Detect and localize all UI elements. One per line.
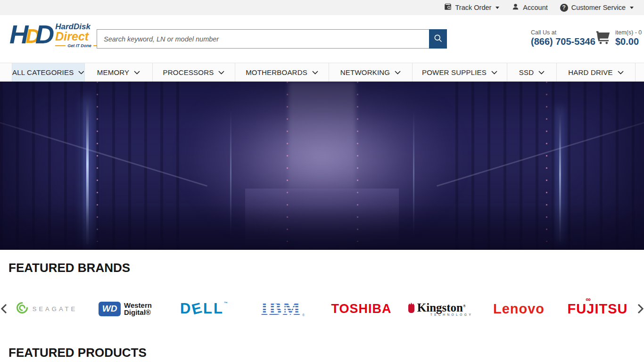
logo-hdd-mark: H D D — [9, 21, 52, 50]
chevron-down-icon — [218, 71, 224, 74]
site-logo[interactable]: H D D HardDisk Direct Get IT Done — [9, 21, 104, 50]
cart-button[interactable]: item(s) - 0 $0.00 — [594, 29, 642, 47]
ibm-wordmark: IBM ® — [261, 301, 305, 317]
search-input[interactable] — [97, 29, 429, 49]
brand-dell[interactable]: DELL™ — [165, 300, 243, 317]
brand-western-digital[interactable]: WD Western Digital® — [86, 302, 165, 316]
brands-carousel: SEAGATE WD Western Digital® DELL™ — [0, 291, 644, 326]
customer-service-label: Customer Service — [571, 4, 626, 11]
nav-all-categories[interactable]: ALL CATEGORIES — [12, 63, 85, 82]
account-menu[interactable]: Account — [512, 3, 547, 13]
cart-icon — [594, 29, 611, 47]
question-circle-icon: ? — [560, 4, 568, 12]
chevron-down-icon — [491, 71, 497, 74]
hero-banner[interactable] — [0, 82, 644, 250]
nav-motherboards[interactable]: MOTHERBOARDS — [235, 63, 329, 82]
dell-wordmark: DELL™ — [180, 300, 228, 317]
main-header: H D D HardDisk Direct Get IT Done — [0, 15, 644, 63]
page: Track Order Account ? Customer Service H… — [0, 0, 644, 362]
track-order-menu[interactable]: Track Order — [444, 2, 500, 13]
search-bar — [97, 29, 447, 49]
featured-brands-title: FEATURED BRANDS — [8, 261, 130, 275]
chevron-down-icon — [618, 71, 624, 74]
fujitsu-infinity-icon: ∞ — [586, 295, 591, 303]
search-icon — [433, 33, 443, 44]
carousel-next-button[interactable] — [637, 304, 644, 314]
lenovo-wordmark: Lenovo — [493, 301, 545, 317]
call-us-block: Call Us at (866) 705-5346 — [531, 29, 595, 47]
chevron-down-icon — [495, 7, 499, 9]
chevron-down-icon — [395, 71, 401, 74]
chevron-right-icon — [637, 304, 644, 314]
chevron-left-icon — [0, 304, 7, 314]
nav-networking[interactable]: NETWORKING — [329, 63, 413, 82]
call-us-label: Call Us at — [531, 29, 595, 36]
user-icon — [512, 3, 520, 13]
nav-memory[interactable]: MEMORY — [85, 63, 153, 82]
chevron-down-icon — [134, 71, 140, 74]
toshiba-wordmark: TOSHIBA — [331, 302, 391, 316]
package-search-icon — [444, 2, 452, 13]
nav-hard-drive[interactable]: HARD DRIVE — [557, 63, 636, 82]
nav-ssd[interactable]: SSD — [507, 63, 557, 82]
customer-service-menu[interactable]: ? Customer Service — [560, 4, 634, 12]
seagate-wordmark: SEAGATE — [33, 305, 77, 313]
search-button[interactable] — [429, 29, 447, 49]
cart-items-count: item(s) - 0 — [615, 29, 642, 36]
brand-toshiba[interactable]: TOSHIBA — [322, 302, 401, 316]
hero-vignette — [0, 82, 644, 250]
brand-kingston[interactable]: Kingston® TECHNOLOGY — [401, 301, 479, 316]
nav-processors[interactable]: PROCESSORS — [153, 63, 235, 82]
kingston-head-icon — [407, 302, 415, 316]
logo-letter-d-navy: D — [35, 21, 52, 48]
cart-total: $0.00 — [615, 36, 642, 47]
chevron-down-icon — [630, 7, 634, 9]
brand-fujitsu[interactable]: FU∞JITSU — [558, 301, 637, 317]
phone-number[interactable]: (866) 705-5346 — [531, 36, 595, 47]
brand-ibm[interactable]: IBM ® — [243, 301, 322, 317]
brand-strip: SEAGATE WD Western Digital® DELL™ — [7, 300, 637, 317]
account-label: Account — [523, 4, 547, 11]
wd-badge-icon: WD — [99, 302, 121, 316]
track-order-label: Track Order — [455, 4, 492, 11]
top-utility-bar: Track Order Account ? Customer Service — [0, 0, 644, 15]
wd-wordmark: Western Digital® — [124, 302, 152, 316]
logo-letter-h: H — [9, 21, 26, 48]
seagate-swirl-icon — [16, 301, 29, 316]
category-nav: ALL CATEGORIES MEMORY PROCESSORS MOTHERB… — [0, 63, 644, 82]
cart-summary: item(s) - 0 $0.00 — [615, 29, 642, 47]
carousel-prev-button[interactable] — [0, 304, 7, 314]
chevron-down-icon — [78, 71, 84, 74]
chevron-down-icon — [312, 71, 318, 74]
fujitsu-wordmark: FU∞JITSU — [568, 301, 628, 317]
chevron-down-icon — [538, 71, 545, 74]
brand-seagate[interactable]: SEAGATE — [7, 301, 86, 316]
featured-products-title: FEATURED PRODUCTS — [8, 346, 147, 360]
kingston-wordmark: Kingston® TECHNOLOGY — [417, 301, 473, 316]
brand-lenovo[interactable]: Lenovo — [479, 301, 558, 317]
nav-power-supplies[interactable]: POWER SUPPLIES — [413, 63, 507, 82]
